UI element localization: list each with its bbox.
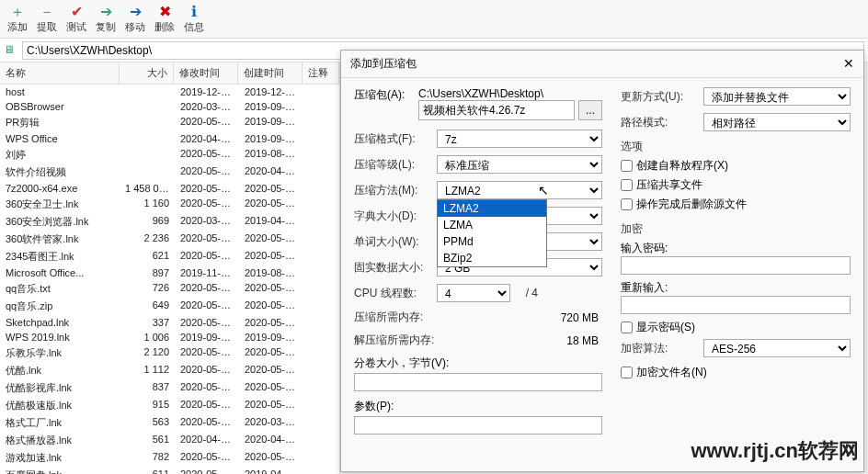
info-icon: ℹ [191, 4, 197, 20]
dict-label: 字典大小(D): [354, 209, 437, 224]
table-row[interactable]: Sketchpad.lnk3372020-05-1...2020-05-1... [0, 315, 339, 330]
mem-compress-label: 压缩所需内存: [354, 310, 474, 325]
method-option-lzma2[interactable]: LZMA2 [438, 200, 546, 217]
mem-decompress-value: 18 MB [474, 334, 602, 347]
table-row[interactable]: 360安全卫士.lnk1 1602020-05-1...2020-05-1... [0, 196, 339, 213]
options-title: 选项 [621, 139, 851, 154]
encmethod-select[interactable]: AES-256 [703, 339, 851, 357]
table-row[interactable]: 优酷极速版.lnk9152020-05-1...2020-05-1... [0, 397, 339, 414]
col-note[interactable]: 注释 [303, 62, 339, 84]
sfx-checkbox[interactable] [621, 160, 633, 172]
toolbar: ＋添加 －提取 ✔测试 ➔复制 ➔移动 ✖删除 ℹ信息 [0, 0, 868, 39]
encnames-label: 加密文件名(N) [636, 365, 707, 380]
format-label: 压缩格式(F): [354, 131, 437, 147]
level-label: 压缩等级(L): [354, 157, 437, 173]
archive-label: 压缩包(A): [354, 87, 418, 103]
archive-folder-path: C:\Users\XZWH\Desktop\ [418, 87, 602, 100]
col-name[interactable]: 名称 [0, 62, 120, 84]
level-select[interactable]: 标准压缩 [437, 155, 602, 174]
watermark: www.rjtj.cn软荐网 [691, 437, 859, 465]
split-label: 分卷大小，字节(V): [354, 356, 602, 371]
toolbar-delete[interactable]: ✖删除 [151, 2, 178, 36]
mem-decompress-label: 解压缩所需内存: [354, 333, 474, 348]
params-input[interactable] [354, 416, 602, 434]
delete-label: 操作完成后删除源文件 [636, 197, 747, 212]
computer-icon: 🖥 [4, 43, 18, 58]
x-icon: ✖ [159, 4, 171, 20]
params-label: 参数(P): [354, 399, 602, 414]
table-row[interactable]: OBSBrowser2020-03-1...2019-09-2... [0, 99, 339, 114]
table-row[interactable]: 百度网盘.lnk6112020-05-1...2019-04-2... [0, 467, 339, 474]
toolbar-move[interactable]: ➔移动 [121, 2, 149, 36]
table-row[interactable]: 游戏加速.lnk7822020-05-1...2020-05-1... [0, 449, 339, 467]
plus-icon: ＋ [10, 4, 25, 20]
toolbar-test[interactable]: ✔测试 [63, 2, 90, 36]
sfx-label: 创建自释放程序(X) [636, 158, 728, 174]
share-checkbox[interactable] [621, 179, 633, 191]
delete-checkbox[interactable] [621, 198, 633, 210]
table-row[interactable]: 格式播放器.lnk5612020-04-2...2020-04-2... [0, 432, 339, 449]
table-row[interactable]: 软件介绍视频2020-05-1...2020-04-2... [0, 164, 339, 181]
method-option-lzma[interactable]: LZMA [438, 217, 546, 233]
method-label: 压缩方法(M): [354, 183, 437, 198]
encrypt-title: 加密 [621, 221, 851, 237]
arrow-right-blue-icon: ➔ [130, 4, 142, 20]
mem-compress-value: 720 MB [474, 311, 602, 324]
toolbar-add[interactable]: ＋添加 [4, 2, 31, 36]
table-row[interactable]: 360安全浏览器.lnk9692020-03-1...2019-04-1... [0, 213, 339, 231]
threads-total: / 4 [510, 287, 538, 299]
method-dropdown: LZMA2 LZMA PPMd BZip2 [437, 199, 547, 267]
table-row[interactable]: 刘婷2020-05-1...2019-08-0... [0, 146, 339, 164]
threads-label: CPU 线程数: [354, 286, 437, 301]
update-select[interactable]: 添加并替换文件 [703, 87, 851, 106]
pathmode-select[interactable]: 相对路径 [703, 113, 851, 131]
pathmode-label: 路径模式: [621, 115, 703, 130]
table-row[interactable]: 优酷.lnk1 1122020-05-1...2020-05-1... [0, 362, 339, 379]
table-row[interactable]: 7z2000-x64.exe1 458 0952020-05-2...2020-… [0, 181, 339, 196]
minus-icon: － [40, 4, 54, 20]
update-label: 更新方式(U): [621, 89, 703, 105]
share-label: 压缩共享文件 [636, 177, 702, 193]
threads-select[interactable]: 4 [437, 284, 510, 302]
col-ctime[interactable]: 创建时间 [238, 62, 303, 84]
format-select[interactable]: 7z [437, 130, 602, 148]
table-row[interactable]: WPS Office2020-04-0...2019-09-1... [0, 131, 339, 146]
pw2-label: 重新输入: [621, 280, 851, 296]
pw-label: 输入密码: [621, 241, 851, 256]
file-list: 名称 大小 修改时间 创建时间 注释 host2019-12-3...2019-… [0, 62, 340, 474]
table-row[interactable]: qq音乐.txt7262020-05-1...2020-05-1... [0, 280, 339, 298]
table-row[interactable]: 360软件管家.lnk2 2362020-05-1...2020-05-1... [0, 231, 339, 248]
word-label: 单词大小(W): [354, 234, 437, 250]
toolbar-copy[interactable]: ➔复制 [92, 2, 120, 36]
file-list-header: 名称 大小 修改时间 创建时间 注释 [0, 62, 339, 85]
table-row[interactable]: host2019-12-3...2019-12-3... [0, 85, 339, 99]
method-option-bzip2[interactable]: BZip2 [438, 250, 546, 266]
table-row[interactable]: WPS 2019.lnk1 0062019-09-1...2019-09-1..… [0, 330, 339, 344]
method-option-ppmd[interactable]: PPMd [438, 233, 546, 250]
toolbar-info[interactable]: ℹ信息 [180, 2, 208, 36]
dialog-title: 添加到压缩包 [350, 56, 417, 72]
table-row[interactable]: 格式工厂.lnk5632020-05-1...2020-03-1... [0, 414, 339, 432]
table-row[interactable]: Microsoft Office...8972019-11-1...2019-0… [0, 265, 339, 280]
col-mtime[interactable]: 修改时间 [174, 62, 238, 84]
add-to-archive-dialog: 添加到压缩包 ✕ 压缩包(A): C:\Users\XZWH\Desktop\ … [340, 50, 864, 472]
showpw-checkbox[interactable] [621, 322, 633, 333]
col-size[interactable]: 大小 [120, 62, 175, 84]
table-row[interactable]: 乐教乐学.lnk2 1202020-05-1...2020-05-1... [0, 344, 339, 362]
method-select[interactable]: LZMA2 [437, 181, 602, 199]
close-icon[interactable]: ✕ [843, 56, 854, 72]
archive-name-input[interactable] [418, 100, 575, 120]
table-row[interactable]: PR剪辑2020-05-1...2019-09-2... [0, 114, 339, 131]
password-input[interactable] [621, 256, 851, 275]
showpw-label: 显示密码(S) [636, 320, 695, 335]
table-row[interactable]: 2345看图王.lnk6212020-05-1...2020-05-1... [0, 248, 339, 265]
check-icon: ✔ [71, 4, 83, 20]
table-row[interactable]: qq音乐.zip6492020-05-2...2020-05-2... [0, 298, 339, 315]
table-row[interactable]: 优酷影视库.lnk8372020-05-1...2020-05-1... [0, 379, 339, 397]
split-input[interactable] [354, 373, 602, 391]
browse-button[interactable]: ... [578, 100, 602, 120]
password2-input[interactable] [621, 296, 851, 314]
arrow-right-icon: ➔ [100, 4, 112, 20]
encnames-checkbox[interactable] [621, 367, 633, 378]
toolbar-extract[interactable]: －提取 [33, 2, 61, 36]
